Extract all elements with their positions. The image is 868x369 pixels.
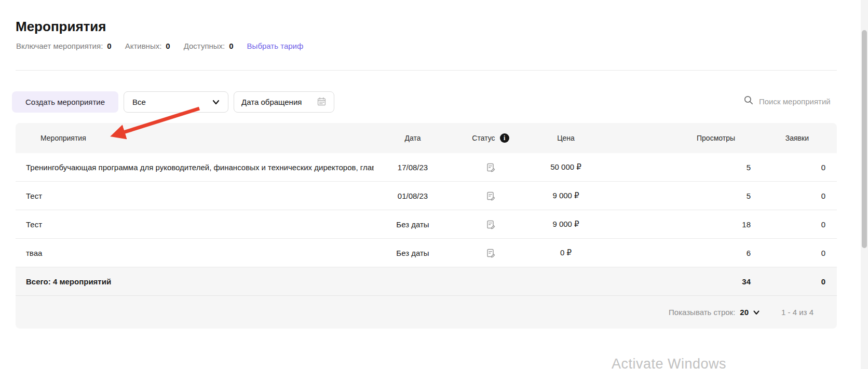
table-row[interactable]: Тест Без даты 9 000 ₽ 18 0 <box>16 210 837 239</box>
stat-includes: Включает мероприятия: 0 <box>16 42 112 50</box>
toolbar: Создать мероприятие Все Дата обращения <box>12 91 334 113</box>
stat-available-label: Доступных: <box>184 42 225 50</box>
windows-activation-watermark: Activate Windows <box>612 356 726 369</box>
draft-edit-icon[interactable] <box>486 191 496 201</box>
create-event-button[interactable]: Создать мероприятие <box>12 91 118 113</box>
stat-active-value: 0 <box>166 42 170 50</box>
event-date: Без даты <box>374 249 452 257</box>
chevron-down-icon <box>212 98 220 106</box>
table-footer-row: Всего: 4 мероприятий 34 0 <box>16 267 837 296</box>
col-header-price: Цена <box>530 134 602 142</box>
col-header-applications: Заявки <box>758 134 837 142</box>
col-header-views: Просмотры <box>602 134 758 142</box>
stat-includes-value: 0 <box>107 42 111 50</box>
event-price: 9 000 ₽ <box>530 220 602 229</box>
event-date: Без даты <box>374 220 452 229</box>
event-views: 18 <box>602 220 758 229</box>
event-applications: 0 <box>758 249 837 257</box>
table-header-row: Мероприятия Дата Статус i Цена Просмотры… <box>16 123 837 153</box>
events-table: Мероприятия Дата Статус i Цена Просмотры… <box>16 123 837 329</box>
chevron-down-icon <box>753 308 760 317</box>
draft-edit-icon[interactable] <box>486 248 496 258</box>
stat-includes-label: Включает мероприятия: <box>16 42 103 50</box>
rows-per-page-value: 20 <box>740 308 749 317</box>
scrollbar-thumb[interactable] <box>862 30 867 248</box>
event-name: Тренингобучающая программа для руководит… <box>16 163 374 172</box>
event-applications: 0 <box>758 192 837 200</box>
events-stats: Включает мероприятия: 0 Активных: 0 Дост… <box>16 42 303 50</box>
search-icon <box>743 95 754 107</box>
search-box <box>743 95 837 107</box>
applications-total: 0 <box>758 277 837 286</box>
stat-active: Активных: 0 <box>125 42 170 50</box>
col-header-status: Статус i <box>452 133 530 143</box>
event-price: 50 000 ₽ <box>530 162 602 172</box>
date-filter-label: Дата обращения <box>241 98 302 106</box>
col-header-status-label: Статус <box>472 134 495 142</box>
event-views: 5 <box>602 163 758 172</box>
stat-active-label: Активных: <box>125 42 162 50</box>
event-price: 0 ₽ <box>530 248 602 257</box>
scrollbar-track[interactable] <box>861 0 868 369</box>
event-applications: 0 <box>758 163 837 172</box>
event-name: Тест <box>16 192 374 200</box>
event-name: тваа <box>16 249 374 257</box>
status-info-icon[interactable]: i <box>500 133 509 143</box>
col-header-date: Дата <box>374 134 452 142</box>
event-price: 9 000 ₽ <box>530 191 602 200</box>
event-views: 6 <box>602 249 758 257</box>
search-input[interactable] <box>759 97 837 106</box>
event-date: 17/08/23 <box>374 163 452 172</box>
event-date: 01/08/23 <box>374 192 452 200</box>
calendar-icon <box>317 97 327 108</box>
header-divider <box>16 70 837 71</box>
rows-per-page[interactable]: Показывать строк: 20 <box>669 308 760 317</box>
draft-edit-icon[interactable] <box>486 220 496 229</box>
event-name: Тест <box>16 220 374 229</box>
status-filter-value: Все <box>132 98 146 106</box>
stat-available: Доступных: 0 <box>184 42 234 50</box>
events-page: Мероприятия Включает мероприятия: 0 Акти… <box>0 0 868 369</box>
rows-per-page-label: Показывать строк: <box>669 308 735 317</box>
total-label: Всего: 4 мероприятий <box>16 277 374 286</box>
table-row[interactable]: Тест 01/08/23 9 000 ₽ 5 0 <box>16 182 837 210</box>
choose-tariff-link[interactable]: Выбрать тариф <box>247 42 304 50</box>
table-row[interactable]: Тренингобучающая программа для руководит… <box>16 153 837 182</box>
pagination-range: 1 - 4 из 4 <box>781 308 813 317</box>
event-applications: 0 <box>758 220 837 229</box>
draft-edit-icon[interactable] <box>486 162 496 172</box>
pagination-bar: Показывать строк: 20 1 - 4 из 4 <box>16 296 837 329</box>
views-total: 34 <box>602 277 758 286</box>
page-title: Мероприятия <box>16 19 106 35</box>
status-filter-select[interactable]: Все <box>124 91 228 113</box>
table-row[interactable]: тваа Без даты 0 ₽ 6 0 <box>16 239 837 267</box>
date-filter-button[interactable]: Дата обращения <box>234 91 334 113</box>
stat-available-value: 0 <box>229 42 233 50</box>
col-header-name: Мероприятия <box>16 134 374 142</box>
event-views: 5 <box>602 192 758 200</box>
